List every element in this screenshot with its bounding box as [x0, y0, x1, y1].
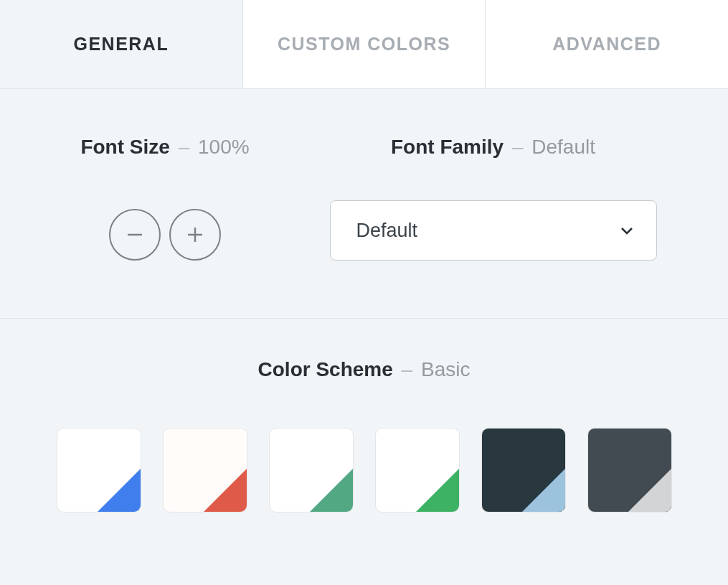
font-family-select[interactable]: Default: [330, 200, 657, 261]
color-swatch-dark-gray[interactable]: [587, 428, 672, 513]
tab-advanced-label: Advanced: [552, 34, 661, 55]
color-scheme-panel: Color Scheme – Basic: [0, 319, 728, 513]
font-size-value: 100%: [198, 136, 250, 158]
color-scheme-label: Color Scheme: [258, 358, 393, 380]
swatch-accent-corner: [310, 469, 353, 512]
font-family-column: Font Family – Default Default: [294, 136, 692, 261]
minus-icon: [124, 224, 146, 245]
font-family-selected: Default: [356, 220, 619, 242]
color-swatch-light-teal[interactable]: [269, 428, 354, 513]
font-family-heading: Font Family – Default: [391, 136, 595, 159]
tab-advanced[interactable]: Advanced: [485, 0, 728, 88]
color-swatch-light-red[interactable]: [163, 428, 247, 513]
color-scheme-heading: Color Scheme – Basic: [36, 358, 692, 381]
dash-sep: –: [512, 136, 524, 158]
settings-tabs: General Custom Colors Advanced: [0, 0, 728, 89]
chevron-down-icon: [619, 223, 635, 238]
tab-custom-colors-label: Custom Colors: [278, 34, 450, 55]
tab-general-label: General: [73, 34, 169, 55]
swatch-accent-corner: [522, 469, 565, 512]
swatch-accent-corner: [628, 469, 671, 512]
plus-icon: [184, 224, 206, 245]
color-swatch-row: [36, 428, 692, 513]
font-size-column: Font Size – 100%: [36, 136, 294, 261]
font-size-heading: Font Size – 100%: [80, 136, 249, 159]
increase-button[interactable]: [169, 209, 221, 261]
font-size-label: Font Size: [80, 136, 169, 158]
tab-custom-colors[interactable]: Custom Colors: [242, 0, 486, 88]
font-family-value: Default: [531, 136, 595, 158]
dash-sep: –: [402, 358, 413, 380]
color-swatch-dark-blue[interactable]: [481, 428, 566, 513]
color-swatch-light-blue[interactable]: [57, 428, 141, 513]
dash-sep: –: [179, 136, 190, 158]
swatch-accent-corner: [98, 469, 141, 512]
color-scheme-value: Basic: [421, 358, 470, 380]
swatch-accent-corner: [416, 469, 459, 512]
decrease-button[interactable]: [109, 209, 161, 261]
color-swatch-light-green[interactable]: [375, 428, 460, 513]
font-size-stepper: [109, 209, 221, 261]
tab-general[interactable]: General: [0, 0, 242, 88]
font-panel: Font Size – 100% Font Family – Default: [0, 89, 728, 319]
swatch-accent-corner: [204, 469, 247, 512]
font-family-label: Font Family: [391, 136, 504, 158]
